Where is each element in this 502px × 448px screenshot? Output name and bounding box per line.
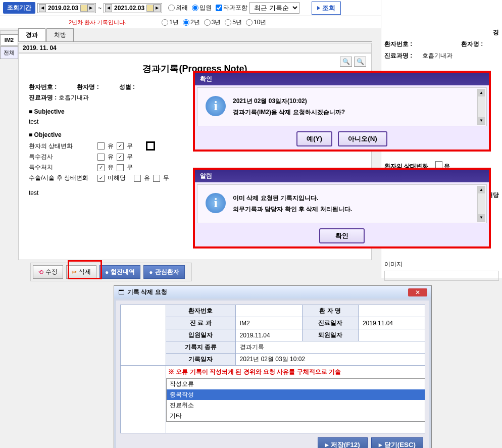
special-tx-label: 특수처치 (29, 163, 94, 172)
calendar-icon[interactable] (146, 5, 154, 12)
scrollbar[interactable]: ▲▼ (477, 186, 485, 222)
consult-button[interactable]: ●협진내역 (99, 265, 140, 279)
chk-yu-2[interactable] (97, 154, 105, 161)
record-date-header: 2019. 11. 04 (18, 43, 372, 53)
confirm-line1: 2021년 02월 03일자(10:02) (233, 96, 345, 107)
h-admdate: 입원일자 (166, 329, 236, 341)
radio-3yr[interactable]: 3년 (204, 18, 221, 27)
rp-image-label: 이미지 (384, 260, 499, 269)
radio-5yr[interactable]: 5년 (225, 18, 242, 27)
calendar-icon[interactable] (80, 5, 87, 12)
rp-chk-yu[interactable] (435, 161, 442, 168)
no-button[interactable]: 아니오(N) (338, 131, 387, 146)
pt-name-label: 환자명 : (77, 83, 98, 90)
confirm-modal: 확인 i 2021년 02월 03일자(10:02) 경과기록(IM2)을 삭제… (193, 71, 491, 152)
v-ptname (358, 305, 425, 317)
search-button[interactable]: 조회 (312, 2, 341, 15)
postop-label: 수술/시술 후 상태변화 (29, 174, 94, 182)
info-icon: i (206, 193, 226, 213)
chk-mu-1[interactable]: ✓ (117, 142, 124, 150)
v-recdate: 2021년 02월 03일 10:02 (235, 354, 425, 366)
big-square-icon (146, 141, 155, 151)
action-buttons: ⟲수정 ✂삭제 ●협진내역 ●관심환자 (30, 263, 192, 281)
interest-button[interactable]: ●관심환자 (143, 265, 184, 279)
side-label-content: 삭제 요청 내용 (121, 305, 166, 366)
date-from-box: ◀ 2019.02.03 ▶ (37, 3, 96, 13)
rp-dept-label: 진료과명 : (384, 52, 422, 60)
window-icon: 🗔 (118, 289, 124, 296)
chk-mu-3[interactable] (117, 164, 124, 171)
alert-text: 이미 삭제 요청된 기록지입니다. 의무기록과 담당자 확인 후 삭제 처리됩니… (233, 193, 352, 215)
left-tabs: IM2 전체 (0, 30, 18, 60)
scroll-down-icon[interactable]: ▼ (478, 117, 485, 124)
radio-1yr[interactable]: 1년 (162, 18, 179, 27)
scrollbar[interactable]: ▲▼ (477, 89, 485, 125)
alert-buttons: 확인 (195, 225, 489, 246)
alert-modal-title: 알림 (195, 170, 489, 182)
chk-yu-3[interactable]: ✓ (97, 164, 105, 171)
warning-text: 2년차 환자 기록입니다. (69, 19, 126, 26)
date-from[interactable]: 2019.02.03 (46, 5, 80, 12)
chk-row-2: 특수검사 유 ✓무 (29, 153, 361, 161)
chk-other-dept[interactable]: 타과포함 (216, 4, 247, 12)
yes-button[interactable]: 예(Y) (296, 131, 332, 146)
dot-icon: ● (149, 269, 153, 276)
reason-note: ※ 오류 기록이 작성되게 된 경위와 요청 사유를 구체적으로 기술 (166, 366, 425, 378)
pt-no-label: 환자번호 : (29, 83, 57, 90)
close-button[interactable]: ✕ (408, 288, 427, 296)
date-to-prev[interactable]: ◀ (105, 4, 112, 12)
date-to[interactable]: 2021.02.03 (112, 5, 146, 12)
reason-text-input[interactable] (166, 422, 425, 433)
reason-item-4[interactable]: 기타 (167, 411, 425, 421)
delete-window-title: 기록 삭제 요청 (127, 288, 167, 296)
date-to-next[interactable]: ▶ (154, 4, 161, 12)
chk-mu-4[interactable] (153, 175, 160, 182)
sort-select[interactable]: 최근 기록순 (249, 2, 299, 14)
rp-ptno-label: 환자번호 : (384, 40, 422, 48)
scroll-up-icon[interactable]: ▲ (478, 186, 485, 193)
delete-window-buttons: 저장(F12) 닫기(ESC) (120, 433, 425, 448)
chk-yu-1[interactable] (97, 142, 105, 150)
zoom-buttons: 🔍 🔍 (340, 57, 366, 67)
tab-im2[interactable]: IM2 (0, 34, 18, 45)
play-icon (317, 6, 320, 10)
save-button[interactable]: 저장(F12) (318, 437, 368, 448)
sex-label: 성별 : (119, 83, 135, 90)
scroll-down-icon[interactable]: ▼ (478, 214, 485, 221)
tab-all[interactable]: 전체 (0, 46, 18, 59)
date-from-prev[interactable]: ◀ (39, 4, 46, 12)
h-dept: 진 료 과 (166, 317, 236, 329)
scroll-up-icon[interactable]: ▲ (478, 89, 485, 96)
radio-outpatient[interactable]: 외래 (168, 4, 188, 12)
reason-cell: ※ 오류 기록이 작성되게 된 경위와 요청 사유를 구체적으로 기술 작성오류… (166, 366, 425, 422)
special-exam-label: 특수검사 (29, 153, 94, 161)
v-rectype: 경과기록 (235, 341, 425, 354)
close-esc-button[interactable]: 닫기(ESC) (371, 437, 423, 448)
reason-item-1[interactable]: 작성오류 (167, 379, 425, 389)
rp-dept-val: 호흡기내과 (422, 52, 453, 60)
v-visitdate: 2019.11.04 (358, 317, 425, 329)
delete-request-window: 🗔 기록 삭제 요청 ✕ 삭제 요청 내용 환자번호 환 자 명 진 료 과 I… (114, 285, 432, 448)
confirm-modal-body: i 2021년 02월 03일자(10:02) 경과기록(IM2)을 삭제 요청… (197, 87, 487, 126)
ok-button[interactable]: 확인 (319, 228, 365, 243)
rp-ptname-label: 환자명 : (461, 40, 499, 48)
tab-progress[interactable]: 경과 (18, 28, 45, 41)
chk-yu-4[interactable] (134, 175, 141, 182)
alert-line1: 이미 삭제 요청된 기록지입니다. (233, 193, 352, 204)
reason-item-2[interactable]: 중복작성 (167, 389, 425, 400)
reason-list[interactable]: 작성오류 중복작성 진료취소 기타 (166, 378, 425, 422)
zoom-out-button[interactable]: 🔍 (354, 57, 366, 67)
edit-button[interactable]: ⟲수정 (33, 265, 63, 279)
h-ptname: 환 자 명 (302, 305, 358, 317)
chk-mu-2[interactable]: ✓ (117, 154, 124, 161)
radio-10yr[interactable]: 10년 (246, 18, 266, 27)
tab-row: 경과 처방 (18, 28, 372, 42)
radio-inpatient[interactable]: 입원 (192, 4, 212, 12)
reason-item-3[interactable]: 진료취소 (167, 400, 425, 411)
delete-body: 삭제 요청 내용 환자번호 환 자 명 진 료 과 IM2 진료일자 2019.… (114, 298, 431, 448)
radio-2yr[interactable]: 2년 (183, 18, 200, 27)
chk-na-4[interactable]: ✓ (97, 175, 105, 182)
tab-rx[interactable]: 처방 (46, 28, 74, 41)
date-from-next[interactable]: ▶ (87, 4, 94, 12)
zoom-in-button[interactable]: 🔍 (340, 57, 352, 67)
